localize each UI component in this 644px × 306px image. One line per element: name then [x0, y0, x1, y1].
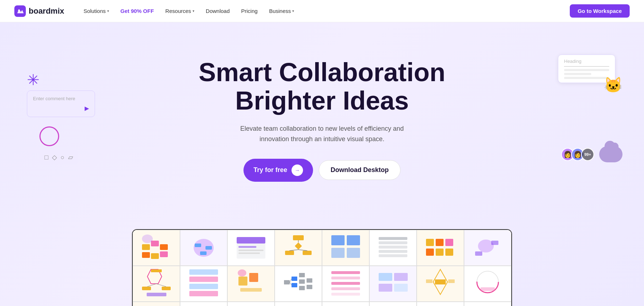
comment-decoration: ✳ Enter comment here ▶	[27, 73, 95, 117]
svg-point-1	[18, 9, 20, 11]
template-cell-1-8	[464, 230, 511, 266]
svg-rect-28	[347, 248, 360, 258]
template-grid-row-3	[133, 302, 511, 306]
svg-rect-78	[435, 279, 446, 284]
avatars-decoration: 👩 👩 99+	[561, 146, 622, 162]
nav-download[interactable]: Download	[201, 5, 235, 17]
svg-rect-76	[394, 284, 408, 292]
template-cell-2-4	[275, 266, 322, 302]
svg-rect-29	[379, 237, 407, 240]
svg-rect-73	[379, 273, 392, 281]
heading-card-lines	[564, 69, 609, 79]
svg-rect-53	[189, 291, 218, 296]
template-cell-2-5	[322, 266, 369, 302]
svg-rect-33	[379, 254, 407, 257]
square-shape-icon: □	[44, 154, 48, 161]
send-icon[interactable]: ▶	[85, 105, 89, 112]
logo[interactable]: boardmix	[14, 5, 64, 17]
svg-rect-6	[151, 253, 159, 259]
template-cell-3-7	[417, 302, 464, 306]
hero-subtitle: Elevate team collaboration to new levels…	[236, 124, 408, 144]
svg-rect-16	[238, 250, 264, 251]
template-cell-2-6	[369, 266, 417, 302]
svg-rect-31	[379, 246, 407, 249]
svg-rect-59	[292, 277, 297, 281]
template-cell-2-8	[464, 266, 511, 302]
download-desktop-button[interactable]: Download Desktop	[319, 160, 401, 180]
template-cell-1-7	[417, 230, 464, 266]
nav-resources[interactable]: Resources ▾	[160, 5, 199, 17]
svg-rect-26	[347, 235, 360, 245]
avatar-count-badge: 99+	[581, 148, 594, 161]
svg-rect-64	[307, 278, 312, 283]
svg-rect-2	[142, 244, 150, 250]
heading-line-full-2	[564, 77, 609, 79]
template-cell-3-4	[275, 302, 322, 306]
template-grid-container	[132, 229, 512, 306]
try-for-free-button[interactable]: Try for free →	[243, 159, 313, 182]
nav-solutions[interactable]: Solutions ▾	[79, 5, 114, 17]
svg-rect-5	[142, 252, 150, 258]
resources-chevron-icon: ▾	[193, 9, 194, 13]
svg-rect-63	[299, 286, 305, 290]
oval-shape-icon: ○	[61, 154, 65, 161]
svg-rect-61	[299, 273, 305, 277]
shape-tools-decoration: □ ◇ ○ ▱	[39, 126, 78, 164]
boardmix-logo-icon	[14, 5, 26, 17]
svg-rect-18	[293, 235, 304, 240]
svg-point-8	[142, 235, 153, 243]
template-cell-1-2	[180, 230, 227, 266]
template-cell-2-1	[133, 266, 180, 302]
svg-point-56	[238, 269, 246, 277]
heading-line-short	[564, 73, 591, 75]
svg-rect-38	[436, 249, 444, 256]
nav-pricing[interactable]: Pricing	[236, 5, 263, 17]
solutions-chevron-icon: ▾	[107, 9, 109, 13]
svg-rect-79	[426, 279, 432, 283]
svg-rect-80	[448, 279, 455, 283]
svg-rect-44	[151, 269, 162, 272]
circle-outline-icon	[39, 126, 59, 146]
svg-rect-42	[475, 251, 482, 256]
template-cell-2-3	[227, 266, 275, 302]
avatar-stack: 👩 👩 99+	[561, 148, 594, 161]
svg-rect-62	[299, 279, 305, 284]
template-cell-3-5	[322, 302, 369, 306]
svg-rect-83	[480, 287, 495, 291]
svg-rect-51	[189, 277, 218, 282]
svg-rect-14	[237, 237, 265, 244]
template-cell-3-6	[369, 302, 417, 306]
svg-rect-71	[331, 287, 360, 290]
business-chevron-icon: ▾	[292, 9, 294, 13]
shape-tools-row: □ ◇ ○ ▱	[39, 150, 78, 164]
heading-card-decoration: Heading 🐱	[558, 55, 615, 83]
svg-rect-70	[331, 282, 360, 285]
nav-business[interactable]: Business ▾	[264, 5, 299, 17]
svg-rect-17	[238, 252, 260, 254]
template-cell-1-1	[133, 230, 180, 266]
arrow-icon: →	[292, 164, 303, 176]
template-cell-2-2	[180, 266, 227, 302]
svg-rect-50	[189, 269, 218, 275]
heading-card-label: Heading	[564, 59, 609, 67]
svg-rect-39	[445, 249, 453, 256]
svg-rect-55	[249, 273, 258, 282]
template-grid-wrapper	[132, 229, 512, 306]
svg-rect-11	[205, 246, 212, 250]
svg-rect-46	[162, 287, 171, 290]
svg-line-23	[289, 250, 298, 251]
svg-rect-4	[160, 244, 168, 250]
nav-promo[interactable]: Get 90% OFF	[115, 5, 159, 17]
svg-rect-72	[331, 293, 360, 296]
svg-rect-35	[436, 239, 444, 246]
logo-text: boardmix	[29, 6, 64, 16]
yellow-cloud-icon: 🐱	[604, 76, 622, 94]
comment-box[interactable]: Enter comment here ▶	[27, 91, 95, 117]
svg-rect-10	[195, 244, 201, 247]
template-cell-1-6	[369, 230, 417, 266]
svg-rect-3	[151, 241, 159, 246]
go-to-workspace-button[interactable]: Go to Workspace	[570, 4, 630, 18]
svg-rect-74	[394, 273, 408, 281]
hero-title: Smart Collaboration Brighter Ideas	[199, 58, 445, 115]
svg-line-67	[290, 282, 292, 285]
